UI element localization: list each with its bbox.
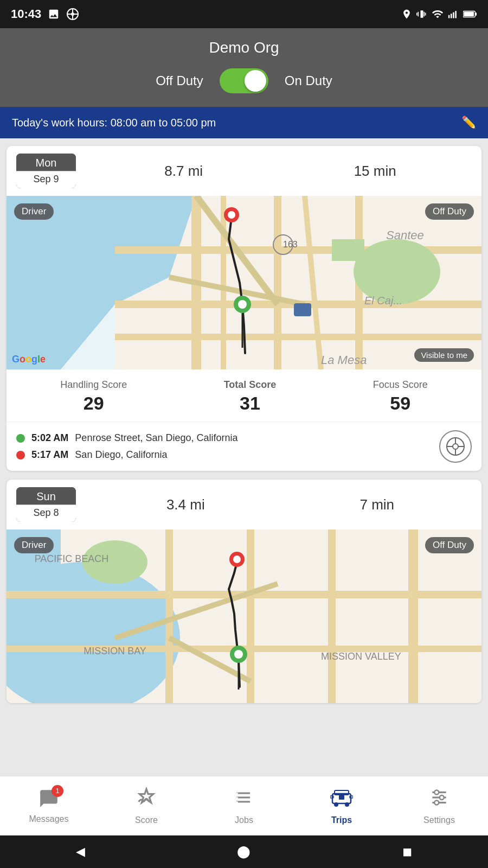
focus-score: Focus Score 59 xyxy=(373,379,428,414)
trip-locations-0: 5:02 AM Penrose Street, San Diego, Calif… xyxy=(7,422,481,471)
recent-apps-button[interactable]: ◼ xyxy=(402,845,412,859)
svg-point-80 xyxy=(440,795,444,800)
back-button[interactable]: ◀ xyxy=(76,845,85,859)
trip-stats-1: 3.4 mi 7 min xyxy=(89,496,472,513)
trip-distance-0: 8.7 mi xyxy=(164,163,203,180)
nav-settings[interactable]: Settings xyxy=(390,776,488,835)
signal-icon xyxy=(448,9,459,20)
svg-point-64 xyxy=(234,650,243,659)
photo-icon xyxy=(48,8,60,20)
svg-point-38 xyxy=(238,300,247,309)
android-nav-bar: ◀ ⬤ ◼ xyxy=(0,835,488,868)
off-duty-label: Off Duty xyxy=(156,73,203,88)
nav-settings-label: Settings xyxy=(423,815,455,825)
duty-status-badge-1: Off Duty xyxy=(425,537,474,553)
home-button[interactable]: ⬤ xyxy=(237,845,251,859)
svg-text:MISSION BAY: MISSION BAY xyxy=(84,646,146,656)
duty-status-badge-0: Off Duty xyxy=(425,203,474,220)
battery-icon xyxy=(463,8,477,20)
handling-score-value: 29 xyxy=(60,393,127,414)
nav-score[interactable]: Score xyxy=(98,776,195,835)
svg-point-71 xyxy=(334,802,338,807)
date-box-0: Mon Sep 9 xyxy=(16,154,76,188)
svg-point-36 xyxy=(228,211,235,219)
nav-score-label: Score xyxy=(135,815,158,825)
trip-map-1[interactable]: PACIFIC BEACH MISSION BAY MISSION VALLEY… xyxy=(7,529,481,703)
trip-detail-icon[interactable] xyxy=(439,430,472,463)
work-hours-banner: Today's work hours: 08:00 am to 05:00 pm… xyxy=(0,107,488,138)
svg-point-41 xyxy=(453,444,458,449)
svg-point-72 xyxy=(345,802,349,807)
svg-rect-6 xyxy=(448,15,450,18)
location-end: 5:17 AM San Diego, California xyxy=(16,446,439,463)
app-header: Demo Org Off Duty On Duty xyxy=(0,28,488,107)
total-score-value: 31 xyxy=(224,393,277,414)
total-score: Total Score 31 xyxy=(224,379,277,414)
svg-rect-11 xyxy=(475,12,477,16)
svg-rect-12 xyxy=(464,12,474,16)
trips-scroll[interactable]: Mon Sep 9 8.7 mi 15 min xyxy=(0,138,488,814)
settings-icon xyxy=(429,787,450,812)
nav-jobs[interactable]: Jobs xyxy=(195,776,293,835)
trip-duration-0: 15 min xyxy=(354,163,396,180)
status-icons xyxy=(401,8,477,20)
svg-rect-7 xyxy=(451,14,452,18)
trip-header-0: Mon Sep 9 8.7 mi 15 min xyxy=(7,146,481,196)
duty-toggle-row: Off Duty On Duty xyxy=(156,68,332,93)
focus-score-label: Focus Score xyxy=(373,379,428,391)
svg-text:El Caj...: El Caj... xyxy=(364,295,402,307)
start-time: 5:02 AM xyxy=(31,432,68,444)
toggle-knob xyxy=(245,70,266,92)
messages-icon-wrap: 1 xyxy=(38,788,59,811)
svg-point-81 xyxy=(434,800,439,805)
score-row-0: Handling Score 29 Total Score 31 Focus S… xyxy=(7,369,481,422)
trips-icon xyxy=(330,787,353,812)
vibrate-icon xyxy=(416,9,427,20)
svg-text:La Mesa: La Mesa xyxy=(321,353,367,367)
svg-text:PACIFIC BEACH: PACIFIC BEACH xyxy=(35,553,109,564)
trip-map-0[interactable]: 163 15 Santee El Caj... La Mesa xyxy=(7,196,481,369)
start-address: Penrose Street, San Diego, California xyxy=(75,432,237,444)
focus-score-value: 59 xyxy=(373,393,428,414)
trip-header-1: Sun Sep 8 3.4 mi 7 min xyxy=(7,480,481,529)
nav-jobs-label: Jobs xyxy=(235,815,253,825)
org-title: Demo Org xyxy=(209,39,279,56)
svg-rect-8 xyxy=(453,12,454,18)
svg-rect-27 xyxy=(332,239,364,261)
date-str-0: Sep 9 xyxy=(16,171,76,188)
score-icon xyxy=(136,787,157,812)
svg-point-62 xyxy=(233,556,241,563)
duty-toggle[interactable] xyxy=(220,68,268,93)
nav-messages-label: Messages xyxy=(29,814,69,824)
day-name-1: Sun xyxy=(16,487,76,505)
svg-text:Santee: Santee xyxy=(386,228,424,242)
bottom-nav: 1 Messages Score Jobs xyxy=(0,776,488,835)
nav-trips-label: Trips xyxy=(331,815,352,825)
location-list-0: 5:02 AM Penrose Street, San Diego, Calif… xyxy=(16,430,439,463)
day-name-0: Mon xyxy=(16,154,76,171)
trip-card-0[interactable]: Mon Sep 9 8.7 mi 15 min xyxy=(7,146,481,471)
on-duty-label: On Duty xyxy=(285,73,332,88)
svg-point-79 xyxy=(434,790,439,794)
location-start: 5:02 AM Penrose Street, San Diego, Calif… xyxy=(16,430,439,446)
location-icon xyxy=(401,9,412,20)
svg-text:MISSION VALLEY: MISSION VALLEY xyxy=(321,651,401,662)
trip-stats-0: 8.7 mi 15 min xyxy=(89,163,472,180)
jobs-icon xyxy=(234,787,254,812)
edit-work-hours-icon[interactable]: ✏️ xyxy=(461,116,476,130)
driver-badge-0: Driver xyxy=(14,203,54,220)
svg-rect-9 xyxy=(455,11,457,18)
status-time: 10:43 xyxy=(11,7,41,21)
svg-text:163: 163 xyxy=(283,240,298,249)
trip-card-1[interactable]: Sun Sep 8 3.4 mi 7 min xyxy=(7,480,481,703)
date-box-1: Sun Sep 8 xyxy=(16,487,76,522)
google-logo: Google xyxy=(12,354,46,365)
end-time: 5:17 AM xyxy=(31,449,68,461)
trip-duration-1: 7 min xyxy=(360,496,395,513)
nav-messages[interactable]: 1 Messages xyxy=(0,776,98,835)
handling-score: Handling Score 29 xyxy=(60,379,127,414)
nav-trips[interactable]: Trips xyxy=(293,776,390,835)
handling-score-label: Handling Score xyxy=(60,379,127,391)
svg-point-1 xyxy=(71,12,74,16)
trip-distance-1: 3.4 mi xyxy=(166,496,205,513)
